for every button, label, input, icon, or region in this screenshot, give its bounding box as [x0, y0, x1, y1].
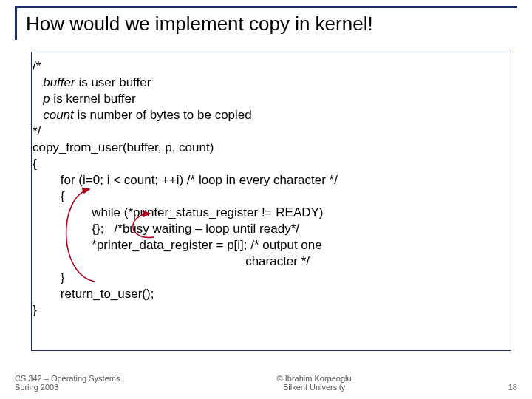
code-line: {}; /*busy waiting – loop until ready*/: [33, 221, 503, 237]
footer-left: CS 342 – Operating Systems Spring 2003: [15, 374, 120, 392]
footer-center: © Ibrahim Korpeoglu Bilkent University: [277, 374, 352, 392]
text: is kernel buffer: [50, 92, 136, 106]
text: /*: [33, 59, 41, 73]
text: */: [33, 124, 41, 138]
code-line: */: [33, 123, 503, 140]
copyright: © Ibrahim Korpeoglu: [277, 374, 352, 383]
text: is user buffer: [75, 75, 151, 89]
text: {: [61, 189, 65, 203]
text: }: [61, 270, 65, 284]
text: }: [33, 303, 37, 317]
code-line: p is kernel buffer: [33, 91, 503, 107]
code-line: for (i=0; i < count; ++i) /* loop in eve…: [33, 172, 503, 188]
footer: CS 342 – Operating Systems Spring 2003 ©…: [15, 374, 517, 392]
code-line: *printer_data_register = p[i]; /* output…: [33, 237, 503, 253]
term: Spring 2003: [15, 383, 120, 392]
text: {: [33, 157, 37, 171]
code-line: character */: [33, 253, 503, 270]
title-inner: How would we implement copy in kernel!: [15, 8, 517, 40]
code-line: {: [33, 188, 503, 205]
page-number: 18: [508, 383, 517, 392]
text: count: [43, 108, 74, 122]
code-line: /*: [33, 58, 503, 75]
text: is number of bytes to be copied: [74, 108, 252, 122]
code-line: }: [33, 270, 503, 286]
text: *printer_data_register = p[i]; /* output…: [92, 238, 321, 252]
code-line: buffer is user buffer: [33, 75, 503, 91]
code-line: copy_from_user(buffer, p, count): [33, 140, 503, 156]
course-code: CS 342 – Operating Systems: [15, 374, 120, 383]
slide-title: How would we implement copy in kernel!: [26, 13, 510, 35]
text: return_to_user();: [61, 287, 154, 301]
text: buffer: [43, 75, 75, 89]
title-bar: How would we implement copy in kernel!: [15, 6, 517, 40]
text: {}; /*busy waiting – loop until ready*/: [92, 222, 299, 236]
code-block: /* buffer is user buffer p is kernel buf…: [31, 52, 511, 351]
text: for (i=0; i < count; ++i) /* loop in eve…: [61, 173, 338, 187]
code-line: return_to_user();: [33, 286, 503, 302]
code-line: count is number of bytes to be copied: [33, 107, 503, 123]
text: copy_from_user(buffer, p, count): [33, 140, 214, 154]
text: p: [43, 92, 50, 106]
university: Bilkent University: [277, 383, 352, 392]
text: character */: [245, 254, 310, 268]
code-line: {: [33, 156, 503, 172]
code-line: }: [33, 302, 503, 318]
text: while (*printer_status_register != READY…: [92, 205, 323, 219]
code-line: while (*printer_status_register != READY…: [33, 205, 503, 221]
